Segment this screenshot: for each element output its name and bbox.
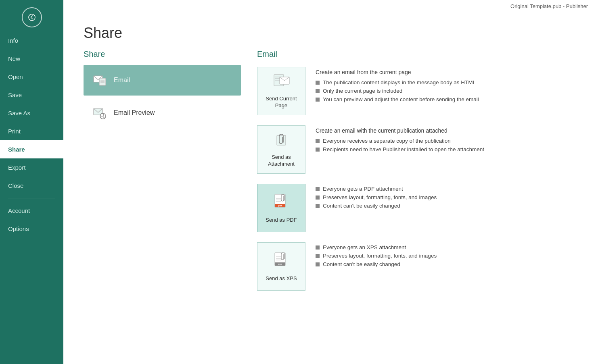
sidebar-item-export[interactable]: Export — [0, 158, 63, 177]
sidebar-item-save-as[interactable]: Save As — [0, 104, 63, 122]
share-option-email[interactable]: Email — [84, 65, 241, 96]
send-as-xps-button[interactable]: xps Send as XPS — [257, 242, 305, 291]
app-title: Original Template.pub - Publisher — [510, 3, 588, 9]
send-as-xps-label: Send as XPS — [266, 275, 297, 282]
send-as-attachment-icon — [273, 131, 290, 151]
sidebar: Info New Open Save Save As Print Share E… — [0, 0, 63, 364]
email-preview-option-icon — [92, 105, 108, 121]
sidebar-item-save[interactable]: Save — [0, 86, 63, 104]
page-title: Share — [63, 12, 596, 50]
send-current-page-row: Send CurrentPage Create an email from th… — [257, 67, 576, 115]
back-button[interactable] — [22, 7, 42, 27]
back-arrow-icon — [28, 14, 36, 21]
send-as-xps-row: xps Send as XPS Everyone gets an XP — [257, 242, 576, 291]
bullet-item: Only the current page is included — [316, 88, 576, 94]
email-panel-title: Email — [257, 50, 576, 59]
sidebar-item-open[interactable]: Open — [0, 68, 63, 86]
svg-text:xps: xps — [278, 263, 282, 265]
bullet-icon — [316, 139, 320, 143]
sidebar-item-info[interactable]: Info — [0, 31, 63, 50]
bullet-icon — [316, 89, 320, 93]
bullet-icon — [316, 148, 320, 152]
content-area: Share Email — [63, 50, 596, 364]
sidebar-item-new[interactable]: New — [0, 50, 63, 68]
share-panel: Share Email — [84, 50, 241, 364]
send-as-attachment-bullets: Everyone receives a separate copy of the… — [316, 138, 576, 152]
sidebar-item-print[interactable]: Print — [0, 122, 63, 140]
sidebar-item-options[interactable]: Options — [0, 220, 63, 238]
email-preview-icon — [92, 105, 107, 121]
bullet-item: You can preview and adjust the content b… — [316, 96, 576, 102]
send-as-attachment-row: Send asAttachment Create an email with t… — [257, 125, 576, 174]
bullet-icon — [316, 98, 320, 102]
send-as-xps-description: Everyone gets an XPS attachment Preserve… — [316, 242, 576, 267]
share-option-email-preview[interactable]: Email Preview — [84, 98, 241, 128]
send-current-page-description: Create an email from the current page Th… — [316, 67, 576, 102]
bullet-item: Preserves layout, formatting, fonts, and… — [316, 194, 576, 200]
send-as-pdf-description: Everyone gets a PDF attachment Preserves… — [316, 184, 576, 209]
share-panel-title: Share — [84, 50, 241, 59]
send-as-pdf-bullets: Everyone gets a PDF attachment Preserves… — [316, 186, 576, 209]
bullet-icon — [316, 204, 320, 208]
send-as-attachment-desc-title: Create an email with the current publica… — [316, 127, 576, 134]
email-panel: Email Send CurrentPage — [257, 50, 576, 364]
main-content: Original Template.pub - Publisher Share … — [63, 0, 596, 364]
bullet-item: Preserves layout, formatting, fonts, and… — [316, 253, 576, 259]
send-as-attachment-label: Send asAttachment — [268, 154, 295, 168]
send-as-xps-bullets: Everyone gets an XPS attachment Preserve… — [316, 244, 576, 267]
email-option-label: Email — [114, 77, 130, 84]
sidebar-item-share[interactable]: Share — [0, 140, 63, 158]
bullet-icon — [316, 196, 320, 200]
bullet-icon — [316, 81, 320, 85]
bullet-item: Everyone gets a PDF attachment — [316, 186, 576, 192]
bullet-item: Content can't be easily changed — [316, 203, 576, 209]
email-option-icon — [92, 72, 108, 88]
send-as-attachment-description: Create an email with the current publica… — [316, 125, 576, 152]
svg-rect-2 — [99, 78, 106, 85]
bullet-item: Content can't be easily changed — [316, 261, 576, 267]
bullet-icon — [316, 245, 320, 250]
bullet-item: Everyone receives a separate copy of the… — [316, 138, 576, 144]
sidebar-item-account[interactable]: Account — [0, 202, 63, 220]
send-current-page-desc-title: Create an email from the current page — [316, 69, 576, 75]
bullet-item: Everyone gets an XPS attachment — [316, 244, 576, 250]
send-current-page-label: Send CurrentPage — [266, 96, 297, 109]
send-as-xps-icon: xps — [272, 251, 290, 272]
title-bar: Original Template.pub - Publisher — [63, 0, 596, 12]
send-as-attachment-button[interactable]: Send asAttachment — [257, 125, 305, 174]
send-as-pdf-icon: pdf — [272, 193, 290, 214]
email-icon — [92, 73, 107, 88]
bullet-item: The publication content displays in the … — [316, 79, 576, 85]
send-as-pdf-row: pdf Send as PDF — [257, 184, 576, 232]
send-current-page-icon — [272, 73, 291, 92]
bullet-icon — [316, 262, 320, 266]
send-as-pdf-label: Send as PDF — [266, 217, 297, 224]
sidebar-item-close[interactable]: Close — [0, 177, 63, 195]
sidebar-divider — [8, 198, 55, 198]
svg-text:pdf: pdf — [278, 204, 282, 207]
send-current-page-bullets: The publication content displays in the … — [316, 79, 576, 102]
bullet-item: Recipients need to have Publisher instal… — [316, 146, 576, 152]
email-preview-option-label: Email Preview — [114, 109, 155, 116]
svg-point-0 — [29, 14, 35, 21]
send-current-page-button[interactable]: Send CurrentPage — [257, 67, 305, 115]
bullet-icon — [316, 254, 320, 258]
send-as-pdf-button[interactable]: pdf Send as PDF — [257, 184, 305, 232]
bullet-icon — [316, 187, 320, 191]
